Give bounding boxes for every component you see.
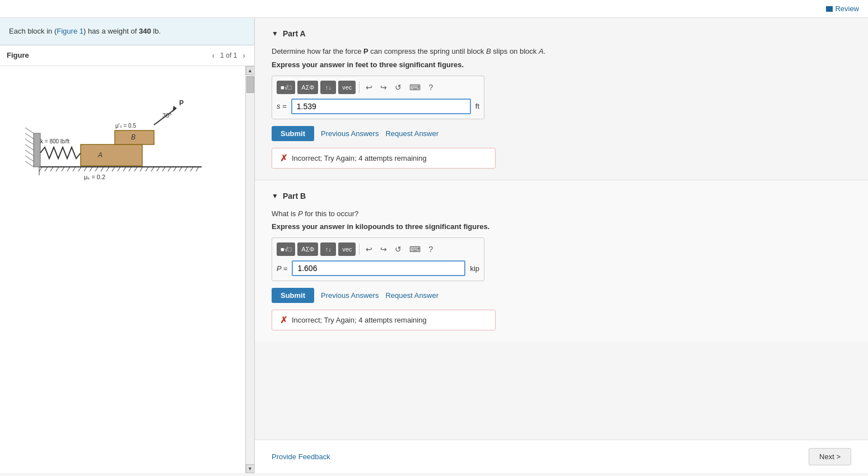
part-a-request-answer[interactable]: Request Answer: [385, 129, 438, 138]
part-b-feedback: ✗ Incorrect; Try Again; 4 attempts remai…: [272, 310, 496, 330]
toolbar-sep-1a: [359, 82, 360, 93]
math-redo-a[interactable]: ↪: [377, 81, 390, 94]
math-btn-greek-a[interactable]: ΑΣΦ: [297, 81, 318, 94]
part-b-request-answer[interactable]: Request Answer: [385, 291, 438, 300]
svg-rect-39: [81, 144, 142, 166]
svg-line-14: [106, 167, 109, 171]
figure-scrollbar-area: k = 800 lb/ft A B μ'ₛ = 0.5 P: [0, 66, 254, 474]
part-a-prev-answers[interactable]: Previous Answers: [321, 129, 379, 138]
part-b-prev-answers[interactable]: Previous Answers: [321, 291, 379, 300]
svg-line-21: [146, 167, 148, 171]
svg-line-4: [50, 167, 53, 171]
part-a-input-box: ■√□ ΑΣΦ ↑↓ vec ↩ ↪ ↺ ⌨ ? s = ft: [272, 76, 484, 119]
friction-label: μ'ₛ = 0.5: [115, 123, 136, 129]
review-link[interactable]: Review: [826, 4, 859, 13]
svg-line-17: [123, 167, 126, 171]
main-layout: Each block in (Figure 1) has a weight of…: [0, 18, 868, 473]
svg-line-37: [25, 156, 34, 161]
figure-page: 1 of 1: [220, 52, 237, 59]
math-btn-radical-a[interactable]: ■√□: [277, 81, 295, 94]
part-a-label: Part A: [283, 29, 306, 38]
next-btn[interactable]: Next >: [809, 448, 851, 465]
svg-line-27: [179, 167, 182, 171]
svg-line-24: [162, 167, 165, 171]
svg-line-5: [56, 167, 59, 171]
math-keyboard-b[interactable]: ⌨: [407, 242, 423, 256]
part-b-collapse-btn[interactable]: ▼: [272, 192, 278, 200]
block-a-label: A: [97, 151, 102, 159]
part-a-question: Determine how far the force P can compre…: [272, 46, 851, 57]
part-b-label: Part B: [283, 192, 306, 200]
svg-line-16: [118, 167, 120, 171]
part-a-section: ▼ Part A Determine how far the force P c…: [255, 18, 868, 180]
part-a-feedback-text: Incorrect; Try Again; 4 attempts remaini…: [292, 154, 427, 162]
problem-statement: Each block in (Figure 1) has a weight of…: [0, 18, 254, 45]
svg-line-11: [90, 167, 92, 171]
svg-line-8: [73, 167, 76, 171]
part-b-submit-row: Submit Previous Answers Request Answer: [272, 288, 851, 303]
part-a-subtext: Express your answer in feet to three sig…: [272, 60, 851, 69]
svg-line-7: [67, 167, 70, 171]
math-redo-b[interactable]: ↪: [377, 242, 390, 256]
figure-header: Figure ‹ 1 of 1 ›: [0, 45, 254, 66]
svg-line-30: [196, 167, 199, 171]
math-btn-vec-b[interactable]: vec: [338, 242, 356, 256]
svg-line-13: [101, 167, 104, 171]
part-a-submit-btn[interactable]: Submit: [272, 126, 314, 141]
part-a-feedback-icon: ✗: [280, 153, 287, 164]
block-b-label: B: [131, 133, 136, 141]
part-b-header: ▼ Part B: [272, 192, 851, 200]
math-help-a[interactable]: ?: [426, 81, 436, 94]
scroll-up-btn[interactable]: ▲: [246, 66, 255, 75]
review-label: Review: [835, 4, 859, 13]
right-content: ▼ Part A Determine how far the force P c…: [255, 18, 868, 440]
math-undo-a[interactable]: ↩: [363, 81, 375, 94]
figure-prev-btn[interactable]: ‹: [210, 50, 217, 61]
left-panel: Each block in (Figure 1) has a weight of…: [0, 18, 255, 473]
part-b-question: What is P for this to occur?: [272, 208, 851, 220]
part-a-answer-input[interactable]: [291, 99, 471, 114]
svg-line-3: [45, 167, 48, 171]
svg-line-20: [140, 167, 143, 171]
part-a-submit-row: Submit Previous Answers Request Answer: [272, 126, 851, 141]
part-b-submit-btn[interactable]: Submit: [272, 288, 314, 303]
math-btn-arrow-b[interactable]: ↑↓: [320, 242, 336, 256]
friction2-label: μₛ = 0.2: [84, 174, 105, 180]
svg-line-10: [84, 167, 87, 171]
svg-line-35: [25, 144, 34, 150]
svg-line-23: [157, 167, 160, 171]
part-a-answer-row: s = ft: [277, 99, 479, 114]
math-undo-b[interactable]: ↩: [363, 242, 375, 256]
svg-line-26: [174, 167, 176, 171]
math-btn-radical-b[interactable]: ■√□: [277, 242, 295, 256]
svg-line-22: [151, 167, 154, 171]
part-b-answer-input[interactable]: [292, 260, 465, 276]
part-a-collapse-btn[interactable]: ▼: [272, 30, 278, 38]
part-b-input-box: ■√□ ΑΣΦ ↑↓ vec ↩ ↪ ↺ ⌨ ? P = kip: [272, 237, 484, 281]
svg-line-33: [25, 133, 34, 139]
math-btn-arrow-a[interactable]: ↑↓: [320, 81, 336, 94]
svg-rect-31: [34, 133, 40, 167]
part-a-toolbar: ■√□ ΑΣΦ ↑↓ vec ↩ ↪ ↺ ⌨ ?: [277, 81, 479, 94]
figure-link[interactable]: Figure 1: [57, 27, 83, 35]
part-b-section: ▼ Part B What is P for this to occur? Ex…: [255, 180, 868, 342]
figure-nav: ‹ 1 of 1 ›: [210, 50, 248, 61]
figure-next-btn[interactable]: ›: [240, 50, 248, 61]
svg-line-25: [168, 167, 171, 171]
math-refresh-b[interactable]: ↺: [392, 242, 404, 256]
provide-feedback-link[interactable]: Provide Feedback: [272, 452, 330, 461]
math-help-b[interactable]: ?: [426, 242, 436, 256]
svg-line-6: [62, 167, 64, 171]
figure-area: Figure ‹ 1 of 1 ›: [0, 45, 254, 474]
math-btn-vec-a[interactable]: vec: [338, 81, 356, 94]
math-btn-greek-b[interactable]: ΑΣΦ: [297, 242, 318, 256]
scroll-thumb[interactable]: [246, 76, 254, 93]
scroll-down-btn[interactable]: ▼: [246, 464, 255, 473]
part-b-answer-row: P = kip: [277, 260, 479, 276]
svg-line-2: [39, 167, 42, 171]
figure-scroll-track: ▲ ▼: [245, 66, 254, 474]
angle-label: 30°: [162, 112, 172, 119]
svg-line-12: [95, 167, 98, 171]
math-keyboard-a[interactable]: ⌨: [407, 81, 423, 94]
math-refresh-a[interactable]: ↺: [392, 81, 404, 94]
